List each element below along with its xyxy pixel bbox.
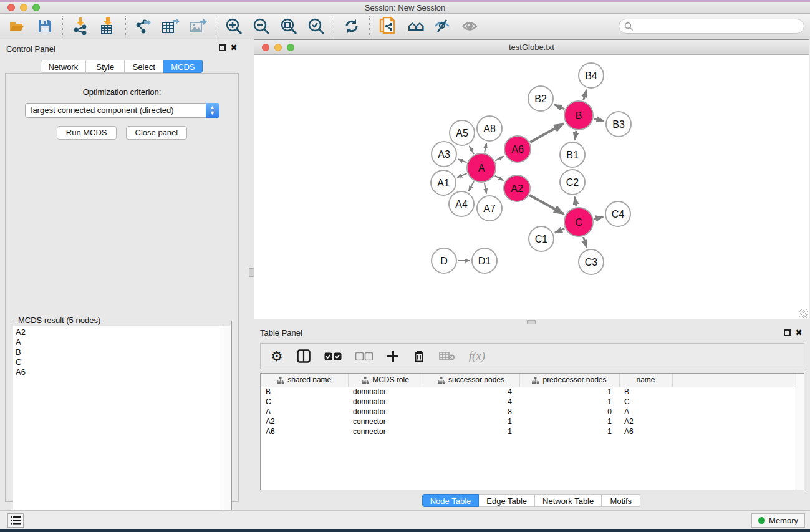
table-cell[interactable]: 1 [519, 417, 619, 427]
add-column-icon[interactable] [387, 347, 399, 365]
graph-node-D1[interactable]: D1 [472, 248, 497, 273]
show-panel-icon[interactable] [460, 17, 479, 36]
graph-edge-C-C1[interactable] [555, 228, 564, 233]
graph-node-B4[interactable]: B4 [579, 63, 604, 88]
graph-edge-A-A5[interactable] [470, 146, 474, 154]
table-cell[interactable]: A [261, 407, 348, 417]
graph-edge-A-A3[interactable] [458, 159, 467, 162]
table-cell[interactable]: connector [348, 427, 423, 437]
graph-edge-A-A4[interactable] [469, 181, 474, 191]
graph-node-C1[interactable]: C1 [529, 226, 554, 251]
mcds-result-list[interactable]: A2ABCA6 [13, 326, 223, 530]
criterion-dropdown[interactable]: largest connected component (directed) ▲… [25, 103, 219, 118]
function-builder-icon[interactable]: f(x) [469, 347, 485, 365]
zoom-in-icon[interactable] [224, 17, 243, 36]
table-row[interactable]: A2connector11A2 [261, 417, 804, 427]
refresh-layout-icon[interactable] [342, 17, 361, 36]
graph-node-A2[interactable]: A2 [504, 175, 530, 201]
graph-edge-C-C3[interactable] [583, 237, 586, 248]
search-input[interactable] [619, 19, 804, 34]
table-cell[interactable]: 1 [423, 427, 519, 437]
table-cell[interactable]: A6 [261, 427, 348, 437]
export-image-icon[interactable] [189, 17, 208, 36]
table-cell[interactable]: dominator [348, 407, 423, 417]
graph-node-B3[interactable]: B3 [606, 112, 631, 137]
mcds-result-item[interactable]: A6 [16, 367, 223, 377]
mcds-result-scrollbar[interactable] [223, 326, 231, 530]
table-cell[interactable]: 8 [423, 407, 519, 417]
graph-node-A1[interactable]: A1 [431, 170, 456, 195]
table-cell[interactable]: C [261, 397, 348, 407]
table-row[interactable]: Cdominator41C [261, 397, 804, 407]
tab-edge-table[interactable]: Edge Table [479, 494, 535, 507]
save-session-icon[interactable] [36, 17, 54, 36]
graph-node-A[interactable]: A [467, 153, 496, 182]
mcds-result-item[interactable]: A [16, 337, 223, 347]
table-row[interactable]: Bdominator41B [261, 387, 804, 397]
tab-motifs[interactable]: Motifs [602, 494, 640, 507]
tab-network[interactable]: Network [41, 60, 87, 73]
table-cell[interactable]: 1 [519, 397, 619, 407]
table-cell[interactable]: A2 [261, 417, 348, 427]
close-panel-button[interactable]: Close panel [126, 126, 188, 140]
table-cell[interactable]: B [261, 387, 348, 397]
table-cell[interactable]: A [619, 407, 672, 417]
hide-panel-icon[interactable] [433, 17, 451, 36]
table-cell[interactable]: dominator [348, 387, 423, 397]
graph-node-A6[interactable]: A6 [504, 136, 531, 162]
graph-node-A4[interactable]: A4 [449, 191, 474, 216]
table-row[interactable]: Adominator80A [261, 407, 804, 417]
network-graph[interactable]: AA1A2A3A4A5A6A7A8BB1B2B3B4CC1C2C3C4DD1 [254, 55, 809, 319]
graph-node-C4[interactable]: C4 [605, 201, 630, 226]
table-cell[interactable]: A2 [619, 417, 672, 427]
table-cell[interactable]: 1 [519, 427, 619, 437]
graph-node-B2[interactable]: B2 [528, 86, 553, 111]
zoom-fit-icon[interactable] [279, 17, 298, 36]
task-history-button[interactable] [7, 513, 24, 528]
graph-node-C[interactable]: C [564, 208, 593, 236]
open-session-icon[interactable] [8, 17, 27, 36]
horizontal-splitter-handle[interactable] [527, 320, 536, 324]
table-cell[interactable]: 1 [423, 417, 519, 427]
table-cell[interactable]: 4 [423, 387, 519, 397]
graph-edge-B-B4[interactable] [583, 90, 586, 100]
export-network-icon[interactable] [134, 17, 153, 36]
table-cell[interactable]: dominator [348, 397, 423, 407]
zoom-out-icon[interactable] [252, 17, 271, 36]
delete-column-icon[interactable] [413, 347, 425, 365]
network-window-titlebar[interactable]: testGlobe.txt [254, 40, 809, 55]
column-header-successor-nodes[interactable]: successor nodes [423, 374, 519, 387]
tab-node-table[interactable]: Node Table [422, 494, 480, 507]
tab-mcds[interactable]: MCDS [163, 60, 203, 73]
table-cell[interactable]: A6 [619, 427, 672, 437]
tab-select[interactable]: Select [125, 60, 163, 73]
graph-edge-A-A6[interactable] [495, 156, 504, 160]
table-row[interactable]: A6connector11A6 [261, 427, 804, 437]
clone-network-icon[interactable] [378, 17, 397, 36]
network-canvas[interactable]: AA1A2A3A4A5A6A7A8BB1B2B3B4CC1C2C3C4DD1 [254, 55, 809, 319]
graph-edge-C-C4[interactable] [594, 217, 603, 219]
float-panel-icon[interactable] [219, 44, 226, 51]
close-panel-icon[interactable]: ✖ [230, 43, 238, 52]
mcds-result-item[interactable]: A2 [16, 327, 223, 337]
column-header-MCDS-role[interactable]: MCDS role [348, 374, 423, 387]
export-table-icon[interactable] [162, 17, 180, 36]
table-cell[interactable]: 0 [519, 407, 619, 417]
close-table-panel-icon[interactable]: ✖ [795, 328, 803, 337]
graph-node-D[interactable]: D [432, 248, 456, 273]
tab-network-table[interactable]: Network Table [535, 494, 602, 507]
mcds-result-item[interactable]: C [16, 357, 223, 367]
graph-node-A5[interactable]: A5 [450, 120, 475, 145]
table-cell[interactable]: C [619, 397, 672, 407]
column-header-predecessor-nodes[interactable]: predecessor nodes [519, 374, 619, 387]
table-cell[interactable]: 1 [519, 387, 619, 397]
tab-style[interactable]: Style [86, 60, 125, 73]
memory-button[interactable]: Memory [751, 513, 805, 528]
import-table-icon[interactable] [99, 17, 117, 36]
table-scrollbar[interactable] [796, 374, 804, 490]
graph-edge-A-A7[interactable] [485, 183, 486, 194]
graph-node-A8[interactable]: A8 [477, 116, 502, 141]
select-all-icon[interactable] [324, 347, 342, 365]
window-resize-grip[interactable] [799, 309, 808, 318]
float-table-panel-icon[interactable] [784, 329, 791, 336]
